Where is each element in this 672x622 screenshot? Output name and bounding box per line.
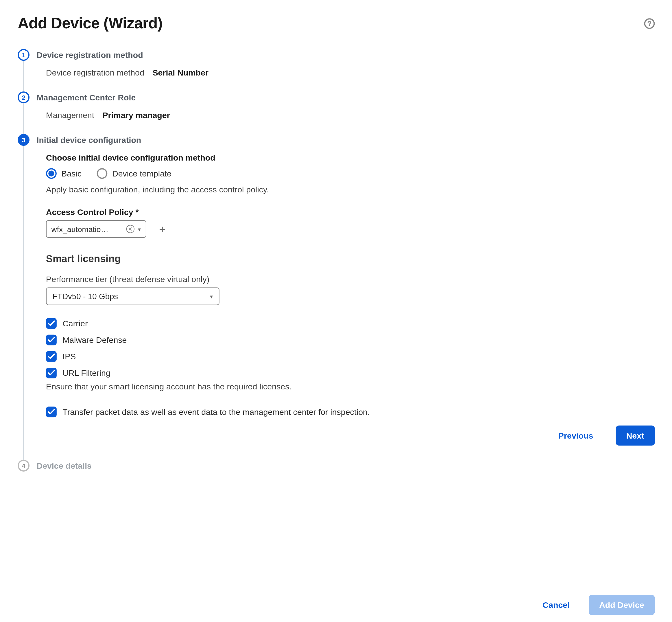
step-device-details: 4 Device details — [17, 460, 655, 472]
checkbox-transfer[interactable] — [46, 407, 57, 417]
basic-helper-text: Apply basic configuration, including the… — [46, 185, 655, 195]
step-badge-1: 1 — [17, 49, 30, 61]
radio-basic[interactable]: Basic — [46, 168, 81, 179]
wizard-steps: 1 Device registration method Device regi… — [17, 49, 655, 571]
chevron-down-icon: ▾ — [210, 293, 213, 300]
step-badge-4: 4 — [17, 460, 30, 472]
license-carrier: Carrier — [46, 318, 655, 329]
help-icon[interactable]: ? — [644, 18, 655, 29]
radio-dot-icon — [46, 168, 57, 179]
license-note: Ensure that your smart licensing account… — [46, 382, 655, 391]
check-icon — [48, 337, 54, 343]
management-value: Primary manager — [102, 110, 170, 120]
reg-method-value: Serial Number — [152, 68, 209, 77]
checkbox-ips[interactable] — [46, 351, 57, 362]
license-malware-label: Malware Defense — [63, 335, 127, 345]
license-url-label: URL Filtering — [63, 368, 110, 378]
previous-button[interactable]: Previous — [548, 425, 604, 446]
acp-field-label: Access Control Policy * — [46, 207, 655, 217]
step-title-4: Device details — [36, 460, 655, 472]
perf-tier-label: Performance tier (threat defense virtual… — [46, 275, 655, 284]
check-icon — [48, 320, 54, 327]
perf-tier-value: FTDv50 - 10 Gbps — [52, 292, 118, 301]
step-registration-method: 1 Device registration method Device regi… — [17, 49, 655, 92]
chevron-down-icon: ▾ — [138, 226, 141, 232]
check-icon — [48, 370, 54, 376]
license-url: URL Filtering — [46, 368, 655, 378]
step-title-3: Initial device configuration — [36, 134, 655, 146]
transfer-packet-row: Transfer packet data as well as event da… — [46, 407, 655, 417]
radio-device-template[interactable]: Device template — [97, 168, 172, 179]
step-title-2[interactable]: Management Center Role — [36, 92, 655, 103]
check-icon — [48, 409, 54, 415]
smart-licensing-heading: Smart licensing — [46, 253, 655, 265]
acp-select-value: wfx_automatio… — [51, 224, 123, 234]
step-body-2: Management Primary manager — [36, 103, 655, 134]
wizard-title: Add Device (Wizard) — [17, 14, 162, 32]
step-nav: Previous Next — [46, 425, 655, 446]
wizard-footer: Cancel Add Device — [17, 572, 655, 615]
choose-method-label: Choose initial device configuration meth… — [46, 153, 655, 162]
reg-method-label: Device registration method — [46, 68, 144, 77]
wizard-header: Add Device (Wizard) ? — [17, 14, 655, 32]
checkbox-carrier[interactable] — [46, 318, 57, 329]
transfer-packet-label: Transfer packet data as well as event da… — [63, 407, 370, 417]
perf-tier-select[interactable]: FTDv50 - 10 Gbps ▾ — [46, 287, 220, 305]
add-device-button[interactable]: Add Device — [589, 595, 655, 615]
clear-icon[interactable]: ✕ — [126, 225, 135, 233]
next-button[interactable]: Next — [615, 425, 655, 446]
radio-template-label: Device template — [112, 169, 172, 178]
acp-select[interactable]: wfx_automatio… ✕ ▾ — [46, 220, 146, 238]
management-label: Management — [46, 110, 94, 120]
step-initial-config: 3 Initial device configuration Choose in… — [17, 134, 655, 460]
acp-select-row: wfx_automatio… ✕ ▾ ＋ — [46, 220, 655, 238]
license-carrier-label: Carrier — [63, 319, 87, 329]
cancel-button[interactable]: Cancel — [532, 595, 580, 615]
config-method-radio-group: Basic Device template — [46, 168, 655, 179]
license-ips-label: IPS — [63, 352, 76, 361]
step-badge-2: 2 — [17, 92, 30, 103]
license-malware: Malware Defense — [46, 335, 655, 345]
checkbox-url[interactable] — [46, 368, 57, 378]
step-title-1[interactable]: Device registration method — [36, 49, 655, 61]
radio-basic-label: Basic — [61, 169, 81, 178]
checkbox-malware[interactable] — [46, 335, 57, 345]
license-checklist: Carrier Malware Defense IPS — [46, 318, 655, 378]
add-acp-button[interactable]: ＋ — [157, 223, 168, 234]
step-management-role: 2 Management Center Role Management Prim… — [17, 92, 655, 134]
step-badge-3: 3 — [17, 134, 30, 146]
step-body-3: Choose initial device configuration meth… — [36, 146, 655, 460]
step-body-1: Device registration method Serial Number — [36, 61, 655, 92]
check-icon — [48, 353, 54, 360]
radio-dot-icon — [97, 168, 108, 179]
license-ips: IPS — [46, 351, 655, 362]
add-device-wizard: Add Device (Wizard) ? 1 Device registrat… — [0, 0, 672, 622]
